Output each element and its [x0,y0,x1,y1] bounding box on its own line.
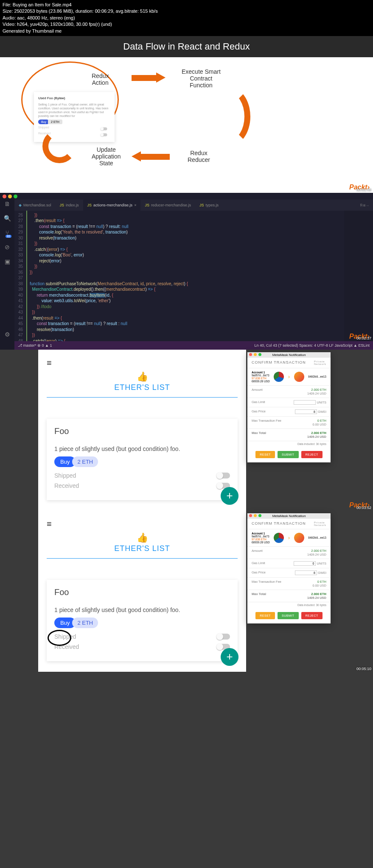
reset-button[interactable]: RESET [255,451,275,458]
ether-app: ≡ 👍 ETHER'S LIST Foo 1 piece of slightly… [38,350,246,511]
mm-title: CONFIRM TRANSACTION [252,521,306,526]
price-chip: 2 ETH [72,456,98,467]
submit-button[interactable]: SUBMIT [278,451,298,458]
arrow-icon: › [288,535,290,541]
gasprice-label: Gas Price [252,570,266,575]
reject-button[interactable]: REJECT [301,451,323,458]
arrow-icon: › [288,374,290,380]
tab-reducer-merchandise[interactable]: JSreducer-merchandise.js [140,200,195,211]
menu-icon[interactable]: ≡ [47,519,238,529]
shipped-toggle[interactable] [101,128,107,131]
close-icon[interactable]: × [134,203,136,207]
amount-label: Amount [252,549,263,556]
diagram-panel: Data Flow in React and Redux Used Foo (B… [0,36,373,193]
gaslimit-input[interactable] [294,561,316,566]
tab-types-js[interactable]: JStypes.js [195,200,223,211]
mm-titlebar: MetaMask Notification [247,352,331,358]
item-title: Foo [54,426,230,436]
extensions-icon[interactable]: ▣ [5,258,10,265]
gasprice-input[interactable] [295,570,317,575]
add-fab[interactable]: + [221,648,238,666]
arrow-4 [42,129,76,163]
ether-app: ≡ 👍 ETHER'S LIST Foo 1 piece of slightly… [38,511,246,672]
explorer-icon[interactable]: 🗎 [4,200,10,207]
submit-button[interactable]: SUBMIT [278,612,298,619]
node-redux-action: Redux Action [92,72,109,86]
received-toggle[interactable] [101,134,107,136]
metamask-popup: MetaMask Notification CONFIRM TRANSACTIO… [247,352,331,462]
reject-button[interactable]: REJECT [301,612,323,619]
minimap[interactable] [344,211,373,341]
tab-index-js[interactable]: JSindex.js [56,200,83,211]
node-update: Update Application State [92,146,121,167]
timestamp: 00:02:37 [356,336,371,340]
mm-pie-icon [274,372,284,382]
divider [47,397,238,398]
arrow-1 [132,75,157,81]
arrow-3-head [132,151,141,161]
status-right[interactable]: Ln 40, Col 43 (7 selected) Spaces: 4 UTF… [254,343,370,348]
thumb-icon: 👍 [47,532,238,543]
price-chip: 2 ETH [48,120,62,124]
timestamp: 00:05:10 [356,667,371,671]
line-gutter: 2627282930313233343536373839404142434445… [14,211,26,341]
mm-to-icon [294,372,304,382]
ether-panel-4: ≡ 👍 ETHER'S LIST Foo 1 piece of slightly… [0,511,373,672]
app-title: ETHER'S LIST [47,383,238,392]
timestamp: 00:01:46 [356,188,371,192]
tab-actions-merchandise[interactable]: JSactions-merchandise.js× [83,200,141,211]
card-title: Used Foo (Bylaw) [38,96,110,100]
mm-to-account: 846Db8...ee13 [308,375,326,378]
timestamp: 00:03:52 [356,506,371,510]
shipped-toggle[interactable] [217,634,230,640]
card-desc: Selling 1 piece of Foo. Original owner, … [38,103,110,118]
add-fab[interactable]: + [221,487,238,505]
ui-card: Used Foo (Bylaw) Selling 1 piece of Foo.… [34,92,115,142]
gaslimit-input[interactable] [294,400,316,405]
vscode-panel: 🗎 🔍 ⑂83 ⊘ ▣ ⚙ ◆Merchandise.sol JSindex.j… [0,193,373,350]
status-left[interactable]: ⎇ master* ⊗ 0 ▲ 1 [18,343,52,348]
settings-icon[interactable]: ⚙ [5,331,10,338]
arrow-3 [140,154,170,160]
scm-icon[interactable]: ⑂83 [6,229,9,236]
code-content[interactable]: }) .then(result => { const transaction =… [26,211,344,341]
diagram-title: Data Flow in React and Redux [0,36,373,57]
maxtotal-label: Max Total [252,431,266,439]
window-controls[interactable] [3,195,19,199]
item-card: Foo 1 piece of slightly used (but good c… [47,580,238,661]
arrow-2 [208,87,250,146]
mm-pie-icon [274,533,284,543]
circle-annotation [48,630,71,646]
shipped-label: Shipped [38,126,49,132]
maxfee-label: Max Transaction Fee [252,419,281,426]
reset-button[interactable]: RESET [255,612,275,619]
amount-label: Amount [252,388,263,395]
mm-title: CONFIRM TRANSACTION [252,360,306,365]
editor-actions[interactable]: ⎘ ▥ ⋯ [356,200,373,211]
mm-to-icon [294,533,304,543]
file-audio: Audio: aac, 48000 Hz, stereo (eng) [3,15,370,21]
tab-bar: ◆Merchandise.sol JSindex.js JSactions-me… [14,200,373,211]
search-icon[interactable]: 🔍 [4,215,11,222]
ether-panel-3: ≡ 👍 ETHER'S LIST Foo 1 piece of slightly… [0,350,373,511]
debug-icon[interactable]: ⊘ [5,244,10,250]
mm-network: Private Network [314,360,326,365]
status-bar[interactable]: ⎇ master* ⊗ 0 ▲ 1 Ln 40, Col 43 (7 selec… [14,341,373,350]
mm-titlebar: MetaMask Notification [247,513,331,519]
item-title: Foo [54,587,230,597]
maxfee-label: Max Transaction Fee [252,580,281,587]
menu-icon[interactable]: ≡ [47,358,238,368]
file-name: File: Buying an Item for Sale.mp4 [3,2,370,8]
mm-note: Data included: 36 bytes [247,602,331,608]
gasprice-input[interactable] [295,409,317,414]
activity-bar: 🗎 🔍 ⑂83 ⊘ ▣ ⚙ [0,193,14,350]
file-gen: Generated by Thumbnail me [3,28,370,34]
tab-merchandise-sol[interactable]: ◆Merchandise.sol [14,200,56,211]
item-desc: 1 piece of slightly used (but good condi… [54,445,230,452]
mm-to-account: 846Db8...ee13 [308,536,326,539]
thumb-icon: 👍 [47,371,238,382]
shipped-toggle[interactable] [217,473,230,479]
shipped-label: Shipped [54,472,76,479]
item-card: Foo 1 piece of slightly used (but good c… [47,419,238,500]
mm-note: Data included: 36 bytes [247,441,331,447]
